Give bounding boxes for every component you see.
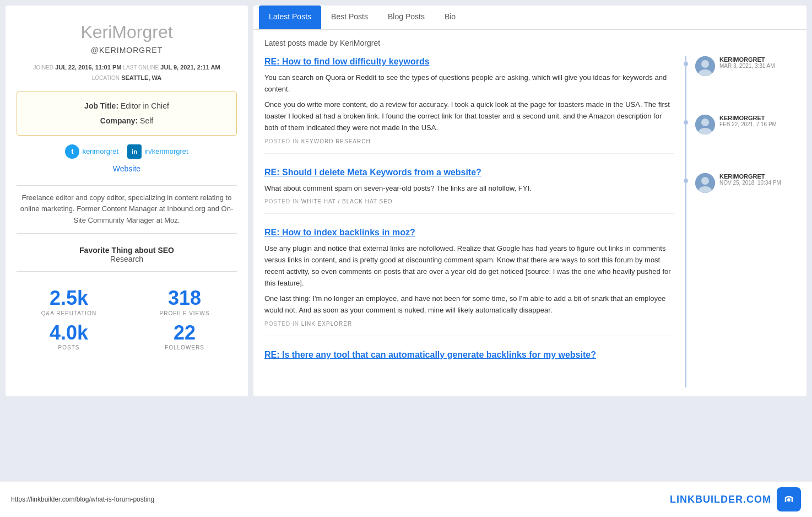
post-category: POSTED IN WHITE HAT / BLACK HAT SEO [264,198,674,204]
tab-blog-posts[interactable]: Blog Posts [378,6,435,29]
profile-views-number: 318 [132,287,237,309]
activity-item: KERIMORGRET FEB 22, 2021, 7:16 PM [686,115,795,134]
sidebar-meta: JOINED JUL 22, 2016, 11:01 PM LAST ONLIN… [33,62,220,83]
profile-views-label: PROFILE VIEWS [132,310,237,316]
activity-date: FEB 22, 2021, 7:16 PM [719,121,777,127]
followers-label: FOLLOWERS [132,344,237,351]
location-label: LOCATION [92,75,120,81]
activity-info: KERIMORGRET FEB 22, 2021, 7:16 PM [719,115,777,127]
qa-reputation-number: 2.5k [17,287,121,309]
svg-point-10 [787,498,791,502]
joined-date: JUL 22, 2016, 11:01 PM [55,64,121,71]
footer-icon [777,487,801,511]
post-item: RE: How to find low difficulty keywords … [264,56,674,154]
tab-bio[interactable]: Bio [435,6,465,29]
social-links: t kerimorgret in in/kerimorgret [65,144,188,159]
activity-item: KERIMORGRET MAR 3, 2021, 3:31 AM [686,56,795,76]
stat-followers: 22 FOLLOWERS [132,322,237,351]
posts-layout: RE: How to find low difficulty keywords … [264,56,795,387]
job-title-value: Editor in Chief [121,101,169,110]
activity-user: KERIMORGRET [719,173,781,180]
post-item: RE: Is there any tool that can automatic… [264,349,674,374]
followers-number: 22 [132,322,237,344]
activity-info: KERIMORGRET MAR 3, 2021, 3:31 AM [719,56,775,69]
post-title[interactable]: RE: Is there any tool that can automatic… [264,349,674,361]
qa-reputation-label: Q&A REPUTATION [17,310,121,316]
sidebar-stats: 2.5k Q&A REPUTATION 318 PROFILE VIEWS 4.… [17,287,237,351]
post-excerpt-1: You can search on Quora or Reddit to see… [264,72,674,95]
footer-url: https://linkbuilder.com/blog/what-is-for… [11,496,154,503]
category-value: LINK EXPLORER [301,321,352,327]
joined-label: JOINED [33,64,53,71]
sidebar-handle: @KERIMORGRET [91,46,163,55]
post-excerpt-1: Use any plugin and notice that external … [264,243,674,289]
activity-date: MAR 3, 2021, 3:31 AM [719,63,775,69]
last-online-date: JUL 9, 2021, 2:11 AM [160,64,220,71]
stat-profile-views: 318 PROFILE VIEWS [132,287,237,316]
sidebar: KeriMorgret @KERIMORGRET JOINED JUL 22, … [6,6,248,396]
svg-point-7 [701,177,709,185]
twitter-link[interactable]: t kerimorgret [65,144,118,159]
avatar [695,56,715,76]
location-value: SEATTLE, WA [121,74,161,81]
sidebar-username: KeriMorgret [80,22,172,42]
favorite-title: Favorite Thing about SEO [79,246,174,255]
avatar [695,173,715,193]
divider-1 [17,185,237,186]
posts-number: 4.0k [17,322,121,344]
post-title[interactable]: RE: Should I delete Meta Keywords from a… [264,167,674,179]
twitter-icon: t [65,144,79,159]
activity-timeline: KERIMORGRET MAR 3, 2021, 3:31 AM [685,56,795,387]
company-value: Self [140,116,153,125]
post-item: RE: How to index backlinks in moz? Use a… [264,227,674,336]
content-body: Latest posts made by KeriMorgret RE: How… [253,30,806,396]
footer-bar: https://linkbuilder.com/blog/what-is-for… [0,481,812,517]
stat-qa-reputation: 2.5k Q&A REPUTATION [17,287,121,316]
linkedin-link[interactable]: in in/kerimorgret [127,144,188,159]
post-title[interactable]: RE: How to find low difficulty keywords [264,56,674,68]
tabs-bar: Latest Posts Best Posts Blog Posts Bio [253,6,806,30]
activity-user: KERIMORGRET [719,115,777,121]
twitter-handle: kerimorgret [82,147,118,155]
last-online-label: LAST ONLINE [123,64,159,71]
favorite-value: Research [79,255,174,263]
stat-posts: 4.0k POSTS [17,322,121,351]
sidebar-bio: Freelance editor and copy editor, specia… [17,192,237,227]
tab-latest-posts[interactable]: Latest Posts [259,6,321,29]
category-value: WHITE HAT / BLACK HAT SEO [301,198,393,204]
brand-text: LINKBUILDER [670,494,743,505]
posts-list: RE: How to find low difficulty keywords … [264,56,685,387]
divider-2 [17,233,237,234]
post-excerpt-1: What about comment spam on seven-year-ol… [264,183,674,195]
posts-label: POSTS [17,344,121,351]
activity-user: KERIMORGRET [719,56,775,63]
footer-brand: LINKBUILDER.COM [670,494,771,505]
svg-point-1 [701,60,709,68]
website-link[interactable]: Website [113,164,140,173]
post-category: POSTED IN LINK EXPLORER [264,321,674,327]
posted-in-label: POSTED IN [264,198,299,204]
post-excerpt-2: Once you do write more content, do a rev… [264,99,674,133]
activity-item: KERIMORGRET NOV 25, 2018, 10:34 PM [686,173,795,193]
post-title[interactable]: RE: How to index backlinks in moz? [264,227,674,239]
posted-in-label: POSTED IN [264,138,299,144]
sidebar-favorite: Favorite Thing about SEO Research [79,246,174,263]
content-area: Latest Posts Best Posts Blog Posts Bio L… [253,6,806,396]
divider-3 [17,271,237,272]
tab-best-posts[interactable]: Best Posts [321,6,378,29]
post-category: POSTED IN KEYWORD RESEARCH [264,138,674,144]
avatar [695,115,715,134]
job-title-label: Job Title: [84,101,118,110]
svg-point-4 [701,119,709,126]
post-item: RE: Should I delete Meta Keywords from a… [264,167,674,214]
category-value: KEYWORD RESEARCH [301,138,371,144]
activity-date: NOV 25, 2018, 10:34 PM [719,180,781,186]
company-label: Company: [100,116,138,125]
posted-in-label: POSTED IN [264,321,299,327]
linkedin-handle: in/kerimorgret [144,147,188,155]
brand-com: COM [746,494,771,505]
job-box: Job Title: Editor in Chief Company: Self [17,91,237,135]
linkedin-icon: in [127,144,142,159]
activity-info: KERIMORGRET NOV 25, 2018, 10:34 PM [719,173,781,186]
page-subtitle: Latest posts made by KeriMorgret [264,39,795,47]
